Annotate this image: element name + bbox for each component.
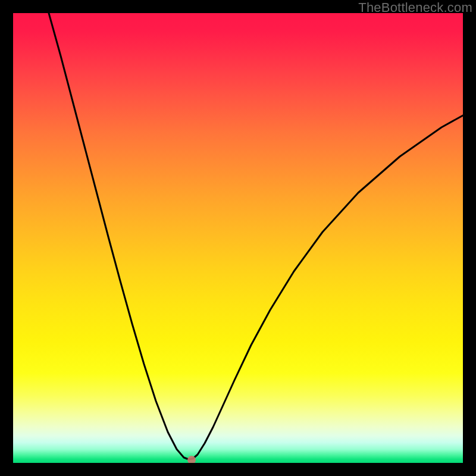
- chart-frame: TheBottleneck.com: [0, 0, 476, 476]
- minimum-marker: [187, 456, 196, 463]
- curve-path: [49, 13, 463, 459]
- plot-area: [13, 13, 463, 463]
- bottleneck-curve: [13, 13, 463, 463]
